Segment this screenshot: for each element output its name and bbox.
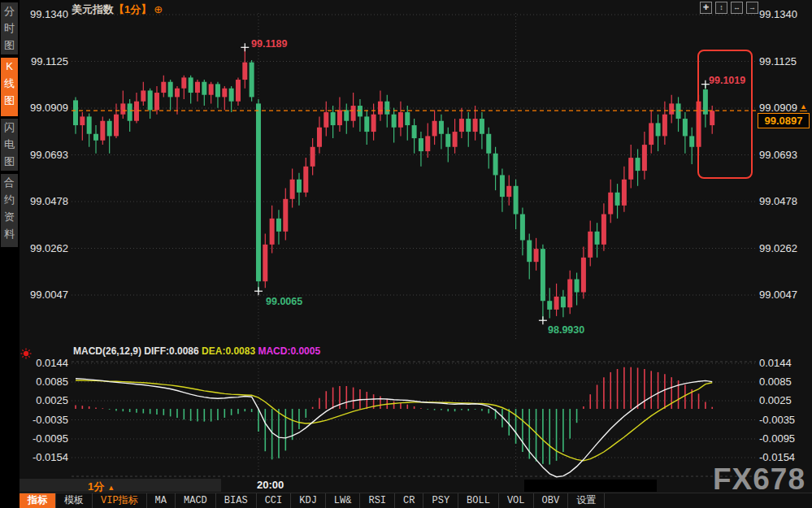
macd-axis-left-5: -0.0154	[23, 452, 68, 463]
pan-right-icon[interactable]: →	[746, 2, 758, 14]
x-axis-time-label: 20:00	[257, 479, 284, 491]
timeframe-selector[interactable]: 1分▲	[20, 479, 221, 492]
watermark: FX678	[713, 462, 805, 497]
current-price-badge: 99.0897	[758, 113, 810, 128]
price-axis-right-2: 99.0909	[759, 102, 810, 114]
toolbar-item-BOLL[interactable]: BOLL	[458, 493, 499, 508]
timeframe-tag: 【1分】	[114, 3, 151, 15]
toolbar-item-PSY[interactable]: PSY	[423, 493, 458, 508]
macd-panel	[76, 367, 712, 477]
macd-axis-right-0: 0.0144	[759, 358, 810, 369]
toolbar-item-LW&[interactable]: LW&	[326, 493, 361, 508]
toolbar-item-MACD[interactable]: MACD	[176, 493, 216, 508]
price-axis-right-4: 99.0478	[759, 196, 810, 207]
candlestick-chart-canvas[interactable]	[0, 0, 812, 508]
highlight-box	[697, 50, 753, 179]
candles	[73, 47, 714, 320]
price-axis-left-3: 99.0693	[23, 150, 68, 161]
price-axis-right-6: 99.0047	[759, 289, 810, 301]
macd-axis-left-0: 0.0144	[23, 358, 68, 369]
price-axis-left-6: 99.0047	[23, 289, 68, 301]
circle-plus-icon[interactable]: ⊕	[154, 3, 163, 15]
macd-axis-left-3: -0.0035	[23, 415, 68, 426]
toolbar-item-模板[interactable]: 模板	[56, 493, 93, 508]
symbol-name: 美元指数	[72, 3, 114, 15]
price-axis-right-1: 99.1125	[759, 56, 810, 67]
timeframe-value[interactable]: 1分	[88, 480, 104, 493]
chart-title: 美元指数【1分】⊕	[72, 2, 163, 17]
toolbar-item-KDJ[interactable]: KDJ	[291, 493, 326, 508]
price-axis-right-3: 99.0693	[759, 150, 810, 161]
crash-low-price-label: 99.0065	[266, 296, 302, 307]
chart-tool-icons: ✚↕↔→	[700, 2, 758, 14]
macd-axis-right-5: -0.0154	[759, 452, 810, 463]
chart-scrollbar-thumb[interactable]	[524, 480, 657, 492]
toolbar-item-设置[interactable]: 设置	[568, 493, 605, 508]
macd-bar-value: MACD:0.0005	[258, 345, 320, 357]
zoom-horizontal-icon[interactable]: ↔	[731, 2, 743, 14]
price-axis-left-1: 99.1125	[23, 56, 68, 67]
macd-axis-right-3: -0.0035	[759, 415, 810, 426]
macd-dea-value: DEA:0.0083	[202, 345, 258, 357]
toolbar-item-指标[interactable]: 指标	[20, 493, 56, 508]
price-axis-left-2: 99.0909	[23, 102, 68, 114]
price-axis-left-4: 99.0478	[23, 196, 68, 207]
peak-price-label: 99.1189	[251, 38, 288, 50]
price-axis-right-5: 99.0262	[759, 243, 810, 254]
toolbar-item-OBV[interactable]: OBV	[534, 493, 569, 508]
price-axis-left-0: 99.1340	[23, 9, 68, 20]
macd-axis-right-2: 0.0025	[759, 395, 810, 406]
macd-axis-left-2: 0.0025	[23, 395, 68, 406]
toolbar-item-BIAS[interactable]: BIAS	[216, 493, 257, 508]
macd-axis-right-4: -0.0095	[759, 433, 810, 445]
toolbar-item-CR[interactable]: CR	[395, 493, 423, 508]
macd-legend: MACD(26,12,9) DIFF:0.0086 DEA:0.0083 MAC…	[73, 345, 320, 357]
macd-params-diff: MACD(26,12,9) DIFF:0.0086	[73, 345, 202, 357]
macd-axis-left-4: -0.0095	[23, 433, 68, 445]
zoom-vertical-icon[interactable]: ↕	[715, 2, 727, 14]
macd-axis-right-1: 0.0085	[759, 376, 810, 388]
timeframe-arrow-icon: ▲	[107, 484, 115, 492]
toolbar-item-VOL[interactable]: VOL	[499, 493, 534, 508]
toolbar-item-RSI[interactable]: RSI	[360, 493, 395, 508]
macd-axis-left-1: 0.0085	[23, 376, 68, 388]
toolbar-item-CCI[interactable]: CCI	[257, 493, 292, 508]
toolbar-item-VIP指标[interactable]: VIP指标	[93, 493, 147, 508]
indicator-toolbar: 指标模板VIP指标MAMACDBIASCCIKDJLW&RSICRPSYBOLL…	[20, 493, 812, 508]
price-axis-left-5: 99.0262	[23, 243, 68, 254]
price-axis-right-0: 99.1340	[759, 9, 810, 20]
bottom-low-price-label: 98.9930	[548, 324, 584, 336]
toolbar-item-MA[interactable]: MA	[147, 493, 176, 508]
pan-icon[interactable]: ✚	[700, 2, 712, 14]
trading-app-window: 分时图K线图闪电图合约资料 美元指数【1分】⊕ ✚↕↔→ 99.1189 99.…	[0, 0, 812, 508]
